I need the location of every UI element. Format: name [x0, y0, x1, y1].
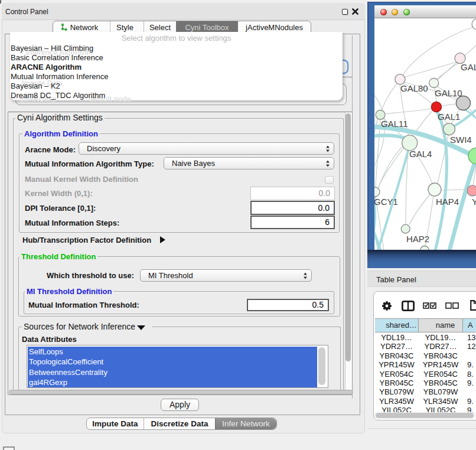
svg-text:GAL80: GAL80 [400, 83, 428, 93]
svg-text:HAP2: HAP2 [406, 234, 429, 244]
svg-text:GAL10: GAL10 [435, 88, 462, 98]
svg-text:GCY1: GCY1 [374, 197, 398, 207]
svg-text:SWI4: SWI4 [450, 135, 472, 145]
svg-text:Y: Y [472, 197, 476, 207]
svg-text:GAL11: GAL11 [381, 119, 408, 129]
svg-text:GAL7: GAL7 [461, 62, 476, 72]
svg-text:GAL1: GAL1 [438, 112, 460, 122]
svg-text:HAP4: HAP4 [436, 197, 459, 207]
svg-text:GAL4: GAL4 [409, 149, 432, 159]
